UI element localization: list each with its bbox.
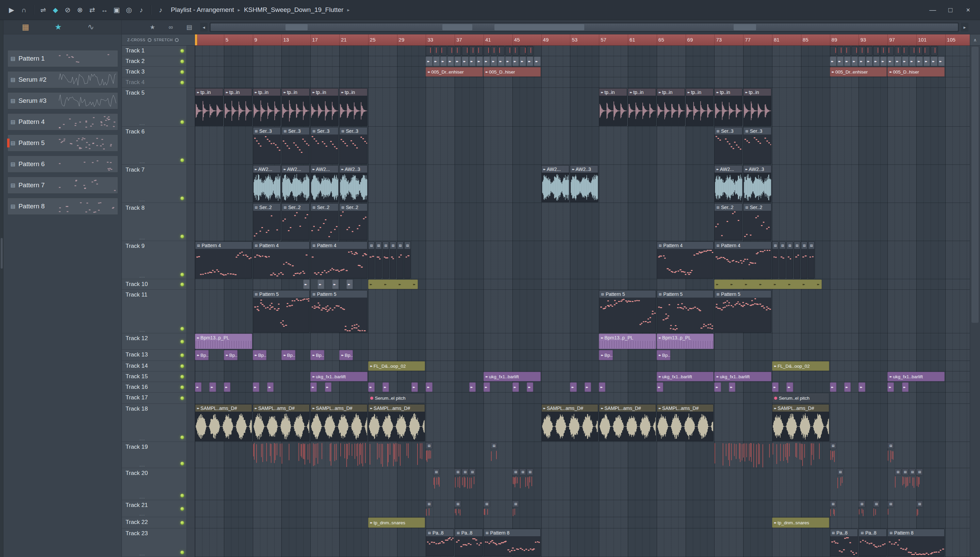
clip-mini-arrow[interactable]: ▸▸ [923, 57, 930, 66]
clip-mini-midi[interactable]: ▤ [794, 241, 800, 278]
clip-mini-midi[interactable]: ▤ [368, 241, 375, 278]
zoom-tool-icon[interactable]: ◎ [123, 3, 135, 16]
scroll-left-button[interactable]: ◂ [200, 23, 208, 32]
clip-ser-2[interactable]: ▤Ser..2 [281, 203, 310, 240]
clip-mini-notes[interactable] [454, 46, 461, 55]
track-enable-led[interactable] [180, 283, 184, 286]
clip-mini-arrow[interactable]: ▸▸ [527, 382, 533, 392]
clip-mini-arrow[interactable]: ▸▸ [917, 57, 923, 66]
track-header-track-15[interactable]: Track 15 [122, 371, 195, 382]
clip-tp-in[interactable]: ▸▸tp..in [281, 88, 310, 126]
clip-aw2[interactable]: ▸▸AW2... [714, 165, 743, 202]
clip-mini-notes[interactable] [448, 46, 454, 55]
track-header-track-12[interactable]: Track 12 [122, 333, 195, 350]
clip-mini-arrow[interactable]: ▸▸ [830, 57, 836, 66]
clip-pa-8[interactable]: ▤Pa..8 [830, 529, 858, 556]
horizontal-scrollbar[interactable] [209, 23, 959, 32]
track-enable-led[interactable] [180, 550, 184, 554]
clip-pa-8[interactable]: ▤Pa..8 [858, 529, 887, 556]
play-icon[interactable]: ▶ [5, 3, 18, 16]
clip-mini-midi[interactable]: ▤ [902, 469, 909, 500]
clip-ukg-fx1-barlift[interactable]: ▸▸ukg_fx1..barlift [657, 372, 714, 381]
clip-mini-arrow[interactable]: ▸▸ [332, 280, 339, 289]
preview-tool-icon[interactable]: ♪ [135, 3, 147, 16]
clip-tp-in[interactable]: ▸▸tp..in [657, 88, 685, 126]
link-icon[interactable]: ∞ [167, 24, 174, 31]
clip-005-dr-enhiser[interactable]: ▸▸005_Dr..enhiser [830, 67, 887, 77]
pattern-item-pattern-7[interactable]: ▤Pattern 7 [8, 177, 118, 194]
clip-ser-3[interactable]: ▤Ser..3 [281, 127, 310, 164]
clip-mini-arrow[interactable]: ▸▸ [383, 382, 389, 392]
track-enable-led[interactable] [180, 375, 184, 379]
clip-bp-x[interactable]: ▸▸Bp..X [195, 350, 209, 360]
clip-mini-notes[interactable] [866, 46, 873, 55]
subtracks-ellipsis[interactable]: ... [140, 235, 145, 240]
clip-tp-in[interactable]: ▸▸tp..in [339, 88, 367, 126]
subtracks-ellipsis[interactable]: ... [140, 551, 145, 556]
mute-tool-icon[interactable]: ⊗ [74, 3, 86, 16]
track-enable-led[interactable] [180, 81, 184, 85]
clip-mini-arrow[interactable]: ▸▸ [534, 57, 540, 66]
track-header-track-5[interactable]: Track 5... [122, 88, 195, 127]
clip-mini-midi[interactable]: ▤ [383, 241, 389, 278]
clip-005-d-hiser[interactable]: ▸▸005_D..hiser [888, 67, 944, 77]
clip-tp-in[interactable]: ▸▸tp..in [195, 88, 223, 126]
clip-tp-in[interactable]: ▸▸tp..in [310, 88, 339, 126]
track-enable-led[interactable] [180, 507, 184, 511]
clip-005-dr-enhiser[interactable]: ▸▸005_Dr..enhiser [426, 67, 483, 77]
clip-pattern-4[interactable]: ▤Pattern 4 [310, 241, 367, 278]
clip-mini-arrow[interactable]: ▸▸ [368, 382, 375, 392]
clip-mini-arrow[interactable]: ▸▸ [786, 382, 793, 392]
clip-sampl-ams-d[interactable]: ▸▸SAMPL..ams_D# [541, 404, 599, 441]
clip-ser-3[interactable]: ▤Ser..3 [714, 127, 743, 164]
clip-mini-arrow[interactable]: ▸▸ [902, 382, 909, 392]
clip-mini-midi[interactable]: ▤ [830, 500, 836, 516]
clip-mini-arrow[interactable]: ▸▸ [888, 382, 894, 392]
track-enable-led[interactable] [180, 435, 184, 439]
clip-mini-arrow[interactable]: ▸▸ [195, 382, 201, 392]
stretch-tool-icon[interactable]: ↔ [98, 3, 110, 16]
clip-mini-notes[interactable] [476, 46, 483, 55]
clip-mini-midi[interactable]: ▤ [454, 469, 461, 500]
clip-mini-arrow[interactable]: ▸▸ [433, 57, 440, 66]
track-lane-track-21[interactable] [195, 500, 970, 517]
clip-mini-midi[interactable]: ▤ [462, 469, 468, 500]
track-header-track-20[interactable]: Track 20... [122, 468, 195, 500]
clip-pa-8[interactable]: ▤Pa..8 [426, 529, 454, 556]
track-header-track-17[interactable]: Track 17 [122, 393, 195, 404]
clip-mini-midi[interactable]: ▤ [917, 500, 923, 516]
clip-ukg-fx1-barlift[interactable]: ▸▸ukg_fx1..barlift [310, 372, 367, 381]
clip-mini-notes[interactable] [462, 46, 468, 55]
clip-mini-notes[interactable] [527, 46, 533, 55]
clip-mini-arrow[interactable]: ▸▸ [599, 382, 605, 392]
clip-aw2[interactable]: ▸▸AW2... [310, 165, 339, 202]
clip-ser-3[interactable]: ▤Ser..3 [743, 127, 771, 164]
stretch-knob[interactable] [175, 38, 178, 42]
clip-mini-arrow[interactable]: ▸▸ [346, 280, 353, 289]
timeline-ruler[interactable]: 5913172125293337414549535761656973778185… [195, 34, 970, 46]
pattern-item-pattern-1[interactable]: ▤Pattern 1 [8, 50, 118, 67]
clip-mini-arrow[interactable]: ▸▸ [519, 57, 526, 66]
clip-tp-in[interactable]: ▸▸tp..in [599, 88, 627, 126]
headphones-icon[interactable]: ∩ [18, 3, 30, 16]
clip-ukg-fx1-barlift[interactable]: ▸▸ukg_fx1..barlift [888, 372, 944, 381]
clip-mini-midi[interactable]: ▤ [830, 442, 836, 467]
clip-mini-arrow[interactable]: ▸▸ [469, 382, 476, 392]
clip-mini-arrow[interactable]: ▸▸ [491, 57, 497, 66]
clip-mini-midi[interactable]: ▤ [426, 500, 432, 516]
pattern-grid-icon[interactable]: ▦ [21, 23, 30, 32]
clip-mini-midi[interactable]: ▤ [909, 469, 916, 500]
subtracks-ellipsis[interactable]: ... [140, 494, 145, 500]
clip-bpm13-p-pl[interactable]: ▸▸Bpm13..p_PL [657, 334, 714, 349]
clip-mini-midi[interactable]: ▤ [426, 442, 432, 467]
clip-strip-arrows[interactable]: ▸▸▸▸▸▸▸▸ [368, 280, 418, 289]
clip-mini-arrow[interactable]: ▸▸ [570, 382, 576, 392]
clip-ticks[interactable] [714, 442, 822, 467]
clip-mini-arrow[interactable]: ▸▸ [931, 57, 937, 66]
clip-fl-d-oop-02[interactable]: ▸▸FL_D&..oop_02 [368, 361, 425, 371]
clip-mini-notes[interactable] [491, 46, 497, 55]
clip-bp-x[interactable]: ▸▸Bp..X [253, 350, 266, 360]
clip-mini-arrow[interactable]: ▸▸ [448, 57, 454, 66]
track-enable-led[interactable] [180, 273, 184, 277]
track-header-track-19[interactable]: Track 19... [122, 442, 195, 468]
